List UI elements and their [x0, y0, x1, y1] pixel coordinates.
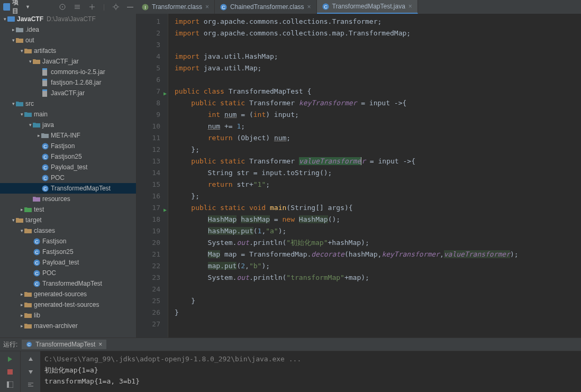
- tree-node-META-INF[interactable]: ▸META-INF: [0, 130, 136, 141]
- tree-node-TransformedMapTest[interactable]: CTransformedMapTest: [0, 278, 136, 289]
- down-icon[interactable]: [26, 367, 35, 377]
- up-icon[interactable]: [26, 354, 35, 364]
- rerun-button[interactable]: [5, 354, 15, 364]
- target-icon[interactable]: [59, 3, 66, 11]
- dropdown-icon: ▼: [25, 4, 30, 10]
- console-output[interactable]: C:\Users\Yang_99\.jdks\adopt-openj9-1.8.…: [40, 351, 581, 392]
- node-label: lib: [34, 312, 40, 319]
- gear-icon[interactable]: [112, 3, 120, 11]
- code-line-19[interactable]: hashMap.put(1,"a");: [175, 225, 581, 237]
- layout-button[interactable]: [5, 380, 15, 389]
- code-line-12[interactable]: };: [175, 144, 581, 156]
- collapse-icon[interactable]: [74, 3, 81, 11]
- tree-node-JavaCTF-jar[interactable]: ▾JavaCTF_jar: [0, 56, 136, 67]
- svg-text:C: C: [43, 154, 47, 160]
- code-line-7[interactable]: public class TransformedMapTest {: [175, 86, 581, 97]
- project-tree[interactable]: ▾ JavaCTF D:\Java\JavaCTF ▸.idea▾out▾art…: [0, 14, 137, 338]
- tree-node-generated-sources[interactable]: ▸generated-sources: [0, 289, 136, 299]
- tree-node-Payload-test[interactable]: CPayload_test: [0, 162, 136, 172]
- wrap-icon[interactable]: [26, 380, 35, 389]
- tree-node-Fastjson25[interactable]: CFastjson25: [0, 151, 136, 162]
- code-line-5[interactable]: import java.util.Map;: [175, 62, 581, 74]
- class-icon: C: [41, 153, 49, 160]
- code-line-23[interactable]: System.out.println("transformMap"+map);: [175, 272, 581, 284]
- node-label: META-INF: [51, 132, 80, 139]
- svg-rect-10: [7, 16, 15, 22]
- code-line-18[interactable]: HashMap hashMap = new HashMap();: [175, 214, 581, 225]
- gutter[interactable]: 1234567▶891011121314151617▶1819202122232…: [137, 14, 168, 338]
- tab-label: Transformer.class: [152, 3, 202, 11]
- svg-text:C: C: [43, 186, 47, 192]
- folder-gray-icon: [16, 26, 23, 33]
- tree-node-Fastjson[interactable]: CFastjson: [0, 236, 136, 247]
- close-icon[interactable]: ×: [205, 3, 209, 11]
- close-icon[interactable]: ×: [307, 3, 311, 11]
- tree-node-fastjson-1-2-68-jar[interactable]: fastjson-1.2.68.jar: [0, 77, 136, 88]
- hide-button[interactable]: —: [127, 3, 133, 11]
- code-line-10[interactable]: num += 1;: [175, 121, 581, 132]
- root-label: JavaCTF: [17, 15, 43, 23]
- tree-node-JavaCTF-jar[interactable]: JavaCTF.jar: [0, 88, 136, 98]
- code-line-6[interactable]: [175, 74, 581, 86]
- tree-node-out[interactable]: ▾out: [0, 35, 136, 45]
- svg-text:C: C: [43, 144, 47, 149]
- code-line-3[interactable]: [175, 39, 581, 51]
- code-line-25[interactable]: }: [175, 295, 581, 307]
- close-icon[interactable]: ×: [98, 341, 102, 348]
- tab-ChainedTransformer-class[interactable]: CChainedTransformer.class×: [215, 0, 317, 14]
- code-line-4[interactable]: import java.util.HashMap;: [175, 51, 581, 62]
- tree-node-resources[interactable]: resources: [0, 194, 136, 204]
- code-line-22[interactable]: map.put(2,"b");: [175, 260, 581, 272]
- tree-node-java[interactable]: ▾java: [0, 120, 136, 130]
- tree-node-Fastjson[interactable]: CFastjson: [0, 141, 136, 151]
- node-label: Fastjson25: [42, 248, 74, 256]
- tree-node-TransformedMapTest[interactable]: CTransformedMapTest: [0, 183, 136, 194]
- tree-node-generated-test-sources[interactable]: ▸generated-test-sources: [0, 299, 136, 310]
- tree-node-maven-archiver[interactable]: ▸maven-archiver: [0, 321, 136, 331]
- code-editor[interactable]: 1234567▶891011121314151617▶1819202122232…: [137, 14, 581, 338]
- code-line-11[interactable]: return (Object) num;: [175, 132, 581, 144]
- code-line-27[interactable]: [175, 318, 581, 330]
- svg-text:C: C: [35, 271, 39, 276]
- tab-TransformedMapTest-java[interactable]: CTransformedMapTest.java×: [317, 0, 418, 14]
- close-icon[interactable]: ×: [408, 3, 412, 10]
- tree-node--idea[interactable]: ▸.idea: [0, 24, 136, 35]
- code-line-8[interactable]: public static Transformer keyTransformer…: [175, 97, 581, 109]
- code-line-1[interactable]: import org.apache.commons.collections.Tr…: [175, 16, 581, 28]
- node-label: Payload_test: [42, 259, 79, 266]
- node-label: out: [25, 37, 34, 44]
- tree-node-target[interactable]: ▾target: [0, 215, 136, 225]
- tree-node-artifacts[interactable]: ▾artifacts: [0, 45, 136, 56]
- tree-node-main[interactable]: ▾main: [0, 109, 136, 120]
- code-line-24[interactable]: [175, 284, 581, 295]
- code-line-26[interactable]: }: [175, 307, 581, 318]
- tree-node-commons-io-2-5-jar[interactable]: commons-io-2.5.jar: [0, 67, 136, 77]
- tab-Transformer-class[interactable]: ITransformer.class×: [137, 0, 215, 14]
- tree-node-classes[interactable]: ▾classes: [0, 225, 136, 236]
- code-line-21[interactable]: Map map = TransformedMap.decorate(hashMa…: [175, 249, 581, 260]
- code-line-2[interactable]: import org.apache.commons.collections.ma…: [175, 28, 581, 39]
- code-area[interactable]: import org.apache.commons.collections.Tr…: [168, 14, 581, 338]
- tree-node-POC[interactable]: CPOC: [0, 268, 136, 278]
- node-label: Fastjson: [42, 238, 66, 245]
- code-line-17[interactable]: public static void main(String[] args){: [175, 202, 581, 214]
- run-tab[interactable]: C TransformedMapTest ×: [22, 340, 106, 349]
- code-line-9[interactable]: int num = (int) input;: [175, 109, 581, 121]
- tree-node-src[interactable]: ▾src: [0, 98, 136, 109]
- project-tool-label[interactable]: 项目 ▼ | —: [0, 0, 137, 14]
- console-line: 初始化map{1=a}: [44, 364, 577, 376]
- tree-node-POC[interactable]: CPOC: [0, 172, 136, 183]
- stop-button[interactable]: [5, 367, 15, 377]
- expand-icon[interactable]: [88, 3, 96, 11]
- code-line-15[interactable]: return str+"1";: [175, 179, 581, 190]
- tree-node-Fastjson25[interactable]: CFastjson25: [0, 247, 136, 257]
- tree-node-lib[interactable]: ▸lib: [0, 310, 136, 321]
- tree-root[interactable]: ▾ JavaCTF D:\Java\JavaCTF: [0, 14, 136, 24]
- code-line-20[interactable]: System.out.println("初始化map"+hashMap);: [175, 237, 581, 249]
- tree-node-Payload-test[interactable]: CPayload_test: [0, 257, 136, 268]
- code-line-16[interactable]: };: [175, 190, 581, 202]
- svg-text:C: C: [28, 342, 31, 347]
- code-line-14[interactable]: String str = input.toString();: [175, 167, 581, 179]
- tree-node-test[interactable]: ▸test: [0, 204, 136, 215]
- code-line-13[interactable]: public static Transformer valueTransform…: [175, 156, 581, 167]
